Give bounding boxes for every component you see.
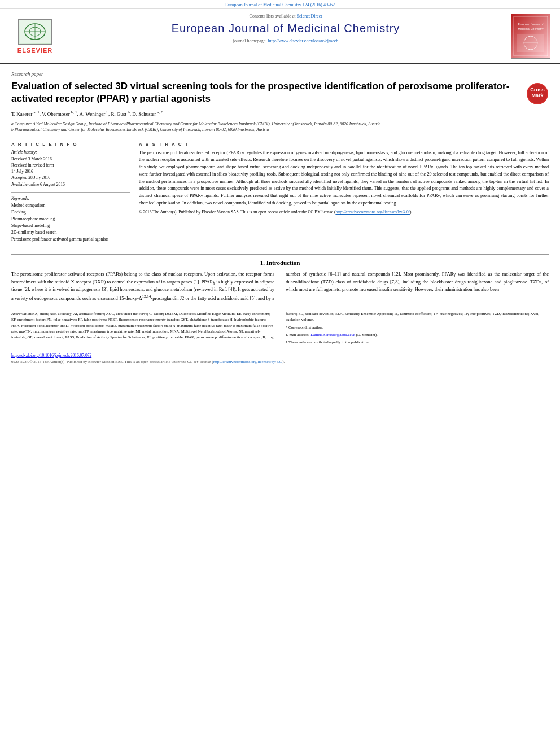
two-column-layout: A R T I C L E I N F O Article history: R… <box>11 139 549 243</box>
keywords-header: Keywords: <box>11 196 130 201</box>
keyword-1: Method comparison <box>11 202 130 209</box>
email-link[interactable]: Daniela.Schuster@uibk.ac.at <box>310 333 355 337</box>
svg-text:European Journal of: European Journal of <box>518 23 544 26</box>
affiliations: a Computer-Aided Molecular Design Group,… <box>11 121 549 133</box>
intro-heading: Introduction <box>266 259 300 266</box>
keyword-4: Shape-based modeling <box>11 222 130 229</box>
journal-cover-image: European Journal of Medicinal Chemistry <box>511 14 550 59</box>
received-date: Received 3 March 2016 <box>11 156 130 162</box>
right-column: A B S T R A C T The peroxisome prolifera… <box>139 139 549 243</box>
journal-header: ELSEVIER Contents lists available at Sci… <box>0 9 560 64</box>
intro-text-body: The peroxisome proliferator-activated re… <box>11 270 549 302</box>
crossmark-badge: Cross Mark <box>526 82 549 105</box>
journal-header-right: European Journal of Medicinal Chemistry <box>508 14 553 59</box>
intro-title: 1. Introduction <box>11 259 549 266</box>
accepted-date: Accepted 28 July 2016 <box>11 174 130 181</box>
sciencedirect-link[interactable]: ScienceDirect <box>297 14 322 19</box>
main-content: Research paper Evaluation of selected 3D… <box>0 64 560 371</box>
crossmark-icon: Cross Mark <box>527 83 548 104</box>
journal-header-center: Contents lists available at ScienceDirec… <box>69 14 502 59</box>
issn-text: 0223-5234/© 2016 The Author(s). Publishe… <box>11 360 285 364</box>
svg-text:Medicinal Chemistry: Medicinal Chemistry <box>518 27 544 30</box>
elsevier-logo-image <box>18 19 52 45</box>
article-title: Evaluation of selected 3D virtual screen… <box>11 80 520 105</box>
divider <box>11 192 130 193</box>
open-access-text: © 2016 The Author(s). Published by Elsev… <box>139 209 549 216</box>
paper-type: Research paper <box>11 71 549 77</box>
issn-cc-link[interactable]: http://creativecommons.org/licenses/by/4… <box>213 360 282 364</box>
journal-title: European Journal of Medicinal Chemistry <box>69 22 502 35</box>
abstract-header: A B S T R A C T <box>139 139 549 147</box>
keyword-5: 2D-similarity based search <box>11 229 130 236</box>
email-suffix: (D. Schuster). <box>356 333 378 337</box>
journal-homepage: journal homepage: http://www.elsevier.co… <box>69 38 502 43</box>
contrib-note: 1 These authors contributed equally to t… <box>286 339 549 345</box>
banner-text: European Journal of Medicinal Chemistry … <box>225 2 335 7</box>
abbreviations-label: Abbreviations: <box>11 312 34 316</box>
keyword-3: Pharmacophore modeling <box>11 216 130 222</box>
abstract-paragraph: The peroxisome proliferator-activated re… <box>139 150 549 207</box>
email-label: E-mail address: <box>286 333 309 337</box>
footnotes-area: Abbreviations: A, anion; Acc, accuracy; … <box>11 308 549 345</box>
top-banner: European Journal of Medicinal Chemistry … <box>0 0 560 9</box>
affiliation-a: a Computer-Aided Molecular Design Group,… <box>11 121 549 128</box>
homepage-url[interactable]: http://www.elsevier.com/locate/ejmech <box>268 38 338 43</box>
abstract-text: The peroxisome proliferator-activated re… <box>139 150 549 216</box>
svg-text:Cross: Cross <box>530 87 545 93</box>
cc-by-link[interactable]: http://creativecommons.org/licenses/by/4… <box>335 209 410 215</box>
left-column: A R T I C L E I N F O Article history: R… <box>11 139 130 243</box>
history-sub-header: Article history: <box>11 150 130 155</box>
corresponding-note: * Corresponding author. <box>286 325 549 330</box>
keyword-2: Docking <box>11 209 130 216</box>
sciencedirect-line: Contents lists available at ScienceDirec… <box>69 14 502 19</box>
received-revised-label: Received in revised form <box>11 162 130 168</box>
received-revised-date: 14 July 2016 <box>11 168 130 174</box>
introduction-section: 1. Introduction The peroxisome prolifera… <box>11 254 549 302</box>
affiliation-b: b Pharmaceutical Chemistry and Center fo… <box>11 127 549 133</box>
email-note: E-mail address: Daniela.Schuster@uibk.ac… <box>286 332 549 338</box>
keywords-section: Keywords: Method comparison Docking Phar… <box>11 196 130 243</box>
authors: T. Kaserer a, 1, V. Obermoser b, 1, A. W… <box>11 110 549 119</box>
elsevier-wordmark: ELSEVIER <box>18 47 53 54</box>
svg-text:Mark: Mark <box>531 93 544 98</box>
article-history: Article history: Received 3 March 2016 R… <box>11 150 130 187</box>
corresponding-label: * Corresponding author. <box>286 325 323 329</box>
issn-line: 0223-5234/© 2016 The Author(s). Publishe… <box>11 360 549 364</box>
title-section: Evaluation of selected 3D virtual screen… <box>11 80 549 105</box>
intro-number: 1. <box>260 259 265 266</box>
bottom-bar: http://dx.doi.org/10.1016/j.ejmech.2016.… <box>11 351 549 358</box>
article-info-header: A R T I C L E I N F O <box>11 139 130 147</box>
intro-paragraph-1: The peroxisome proliferator-activated re… <box>11 270 549 302</box>
sciencedirect-label: Contents lists available at <box>250 14 296 19</box>
homepage-label: journal homepage: <box>233 38 267 43</box>
keyword-6: Peroxisome proliferator-activated gamma … <box>11 236 130 243</box>
available-date: Available online 6 August 2016 <box>11 181 130 187</box>
doi-link[interactable]: http://dx.doi.org/10.1016/j.ejmech.2016.… <box>11 353 91 358</box>
journal-header-left: ELSEVIER <box>7 14 63 59</box>
